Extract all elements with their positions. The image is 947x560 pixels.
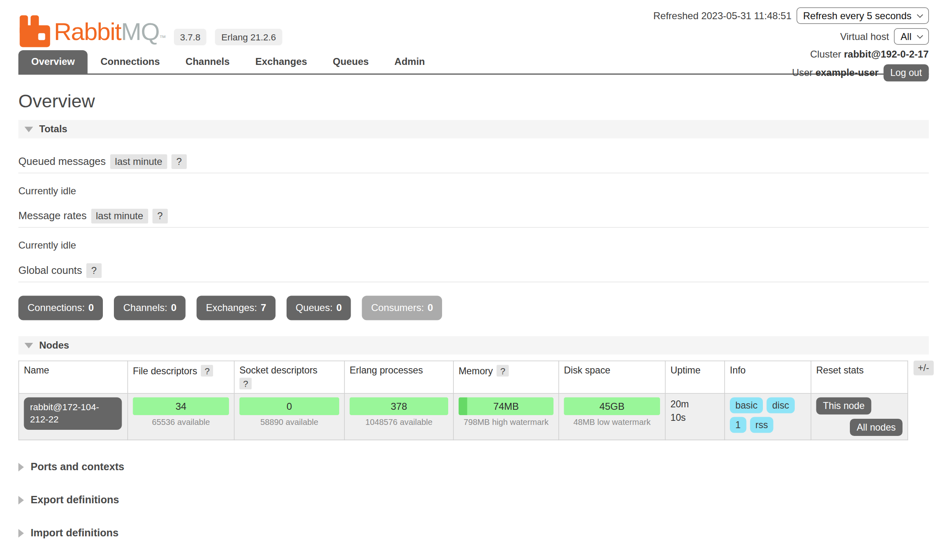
global-counts-badges: Connections:0 Channels:0 Exchanges:7 Que… [18,296,929,320]
memory-help-icon[interactable]: ? [496,365,509,377]
chevron-down-icon [917,12,923,18]
col-socket-descriptors: Socket descriptors ? [234,361,345,393]
triangle-right-icon [18,496,24,504]
reset-stats-cell: This node All nodes [811,393,908,440]
erlang-version-badge: Erlang 21.2.6 [215,29,282,46]
virtual-host-value: All [900,31,911,42]
import-definitions-toggle[interactable]: Import definitions [18,527,929,540]
queued-messages-status: Currently idle [18,186,929,197]
tab-queues[interactable]: Queues [320,50,382,73]
user-name: example-user [816,67,879,78]
triangle-down-icon [24,342,33,348]
message-rates-help-icon[interactable]: ? [152,209,167,224]
rabbitmq-rabbit-icon [18,15,51,48]
logout-button[interactable]: Log out [883,64,929,82]
triangle-right-icon [18,529,24,538]
col-erlang-processes: Erlang processes [345,361,453,393]
erlang-processes-available: 1048576 available [350,418,449,427]
queues-count-badge: Queues:0 [287,296,351,320]
header-status-area: Refreshed 2023-05-31 11:48:51 Refresh ev… [654,7,929,82]
message-rates-label: Message rates [18,210,87,222]
cluster-row: Cluster rabbit@192-0-2-17 [654,49,929,60]
disk-space-watermark: 48MB low watermark [564,418,660,427]
reset-this-node-button[interactable]: This node [816,398,871,415]
exchanges-count-badge: Exchanges:7 [197,296,276,320]
rabbitmq-version-badge: 3.7.8 [174,29,207,46]
uptime-value: 20m 10s [671,398,700,424]
channels-count-badge: Channels:0 [114,296,185,320]
virtual-host-row: Virtual host All [654,28,929,45]
message-rates-period-tag[interactable]: last minute [91,209,148,224]
socket-descriptors-help-icon[interactable]: ? [240,378,252,390]
queued-messages-heading: Queued messages last minute ? [18,152,929,173]
message-rates-status: Currently idle [18,240,929,251]
column-toggle-button[interactable]: +/- [914,361,934,376]
file-descriptors-available: 65536 available [133,418,229,427]
page-title: Overview [18,91,929,111]
cluster-name: rabbit@192-0-2-17 [844,49,928,60]
brand-mq: MQ [121,18,159,44]
user-row: User example-user Log out [654,64,929,82]
reset-all-nodes-button[interactable]: All nodes [850,419,903,436]
totals-section-title: Totals [39,124,67,135]
col-reset-stats: Reset stats [811,361,908,393]
refresh-interval-value: Refresh every 5 seconds [803,10,911,21]
chevron-down-icon [917,33,923,39]
nodes-table-area: Name File descriptors? Socket descriptor… [18,361,929,440]
file-descriptors-help-icon[interactable]: ? [201,365,213,377]
connections-count-badge: Connections:0 [18,296,103,320]
memory-cell: 74MB 798MB high watermark [453,393,559,440]
queued-messages-period-tag[interactable]: last minute [110,154,167,169]
col-memory: Memory? [453,361,559,393]
tab-connections[interactable]: Connections [88,50,173,73]
nodes-section-toggle[interactable]: Nodes [18,336,929,355]
triangle-down-icon [24,127,33,132]
queued-messages-label: Queued messages [18,156,106,168]
nodes-table: Name File descriptors? Socket descriptor… [18,361,908,440]
info-badge-disc: disc [767,398,794,413]
nodes-section-title: Nodes [39,340,69,351]
global-counts-heading: Global counts ? [18,261,929,282]
info-badge-rss: rss [750,417,774,433]
refresh-interval-select[interactable]: Refresh every 5 seconds [796,7,929,24]
ports-and-contexts-toggle[interactable]: Ports and contexts [18,461,929,473]
nodes-header-row: Name File descriptors? Socket descriptor… [19,361,908,393]
tab-admin[interactable]: Admin [382,50,438,73]
uptime-cell: 20m 10s [665,393,725,440]
cluster-label: Cluster [810,49,841,60]
queued-messages-help-icon[interactable]: ? [171,154,187,169]
memory-bar-fill [459,398,468,416]
consumers-count-badge: Consumers:0 [362,296,442,320]
virtual-host-label: Virtual host [840,31,889,42]
brand-trademark: ™ [159,33,165,41]
global-counts-label: Global counts [18,264,82,277]
col-info: Info [725,361,811,393]
info-badge-1: 1 [730,417,746,433]
socket-descriptors-available: 58890 available [240,418,340,427]
rabbitmq-logo: RabbitMQ™ [18,15,165,48]
file-descriptors-bar: 34 [133,398,229,416]
info-cell: basic disc 1 rss [725,393,811,440]
user-label: User [792,67,813,78]
node-name-badge: rabbit@172-104-212-22 [24,398,122,430]
brand-rabbit: Rabbit [54,18,121,44]
socket-descriptors-cell: 0 58890 available [234,393,345,440]
refreshed-timestamp: Refreshed 2023-05-31 11:48:51 [654,10,791,21]
export-definitions-toggle[interactable]: Export definitions [18,494,929,507]
erlang-processes-bar: 378 [350,398,449,416]
tab-exchanges[interactable]: Exchanges [242,50,320,73]
tab-channels[interactable]: Channels [173,50,242,73]
disk-space-cell: 45GB 48MB low watermark [559,393,665,440]
col-name: Name [19,361,128,393]
node-row: rabbit@172-104-212-22 34 65536 available… [19,393,908,440]
col-file-descriptors: File descriptors? [128,361,234,393]
virtual-host-select[interactable]: All [894,28,929,45]
totals-section-toggle[interactable]: Totals [18,120,929,138]
global-counts-help-icon[interactable]: ? [86,263,101,278]
erlang-processes-cell: 378 1048576 available [345,393,453,440]
socket-descriptors-bar: 0 [240,398,340,416]
col-uptime: Uptime [665,361,725,393]
tab-overview[interactable]: Overview [18,50,88,73]
brand-wordmark: RabbitMQ™ [54,18,165,45]
node-name-cell: rabbit@172-104-212-22 [19,393,128,440]
